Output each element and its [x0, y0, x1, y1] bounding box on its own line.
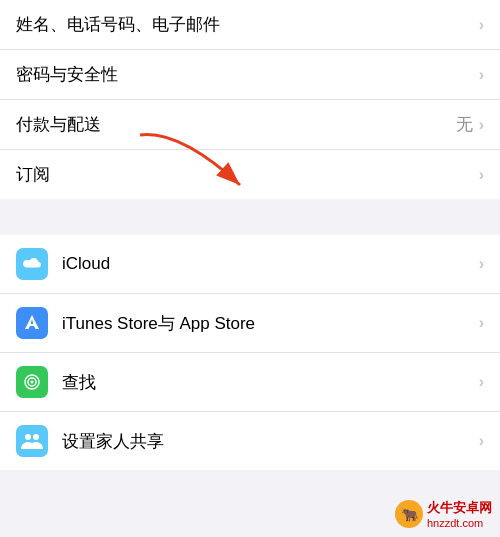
settings-item-label: 查找 [62, 371, 479, 394]
watermark-url: hnzzdt.com [427, 517, 492, 529]
chevron-icon: › [479, 116, 484, 134]
settings-item-itunes-appstore[interactable]: iTunes Store与 App Store › [0, 294, 500, 353]
chevron-icon: › [479, 255, 484, 273]
chevron-icon: › [479, 166, 484, 184]
chevron-icon: › [479, 373, 484, 391]
settings-item-label: iTunes Store与 App Store [62, 312, 479, 335]
settings-item-label: 密码与安全性 [16, 63, 479, 86]
settings-item-value: 无 [456, 113, 473, 136]
chevron-icon: › [479, 314, 484, 332]
family-icon-svg [21, 432, 43, 450]
svg-point-4 [25, 434, 31, 440]
watermark-site: 火牛安卓网 [427, 499, 492, 517]
settings-item-label: 付款与配送 [16, 113, 456, 136]
settings-item-icloud[interactable]: iCloud › [0, 235, 500, 294]
settings-item-family-sharing[interactable]: 设置家人共享 › [0, 412, 500, 470]
appstore-icon-svg [22, 313, 42, 333]
svg-point-5 [33, 434, 39, 440]
settings-item-find[interactable]: 查找 › [0, 353, 500, 412]
section-divider [0, 199, 500, 235]
bottom-settings-group: iCloud › iTunes Store与 App Store › [0, 235, 500, 470]
settings-item-label: 姓名、电话号码、电子邮件 [16, 13, 479, 36]
top-settings-group: 姓名、电话号码、电子邮件 › 密码与安全性 › 付款与配送 无 › 订阅 › [0, 0, 500, 199]
settings-item-label: 订阅 [16, 163, 479, 186]
chevron-icon: › [479, 66, 484, 84]
settings-item-payment-delivery[interactable]: 付款与配送 无 › [0, 100, 500, 150]
icloud-icon-wrap [16, 248, 48, 280]
settings-item-subscription[interactable]: 订阅 › [0, 150, 500, 199]
chevron-icon: › [479, 16, 484, 34]
family-icon-wrap [16, 425, 48, 457]
settings-item-label: iCloud [62, 254, 479, 274]
settings-item-password-security[interactable]: 密码与安全性 › [0, 50, 500, 100]
settings-screen: 姓名、电话号码、电子邮件 › 密码与安全性 › 付款与配送 无 › 订阅 › [0, 0, 500, 537]
settings-item-name-phone-email[interactable]: 姓名、电话号码、电子邮件 › [0, 0, 500, 50]
watermark: 🐂 火牛安卓网 hnzzdt.com [395, 499, 492, 529]
svg-point-3 [31, 381, 34, 384]
watermark-text: 火牛安卓网 hnzzdt.com [427, 499, 492, 529]
watermark-bull-icon: 🐂 [395, 500, 423, 528]
chevron-icon: › [479, 432, 484, 450]
itunes-icon-wrap [16, 307, 48, 339]
icloud-icon-svg [21, 256, 43, 272]
settings-item-label: 设置家人共享 [62, 430, 479, 453]
find-icon-svg [22, 372, 42, 392]
find-icon-wrap [16, 366, 48, 398]
